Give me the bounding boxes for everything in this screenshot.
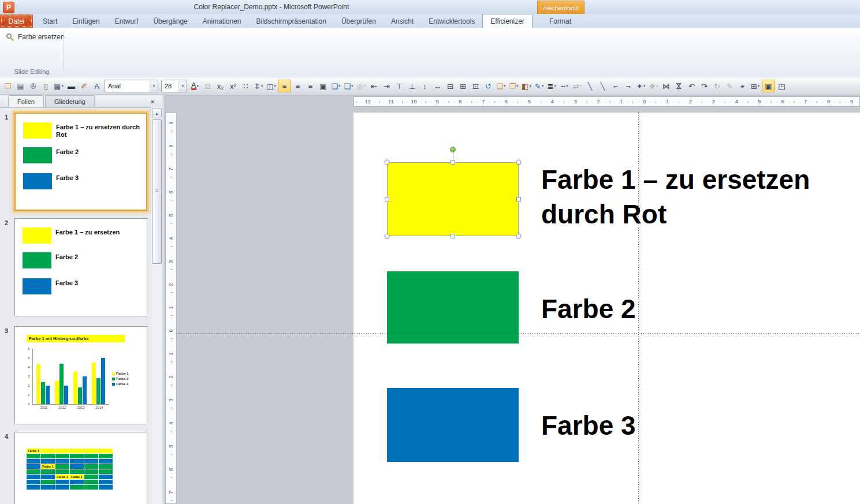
slide-thumbnail-1[interactable]: Farbe 1 – zu ersetzen durch RotFarbe 2Fa… xyxy=(14,113,147,211)
line-spacing-icon[interactable]: ⇕▾ xyxy=(252,80,265,92)
insert-symbol-icon[interactable]: Ω xyxy=(202,80,214,92)
format-painter-icon[interactable]: ✐ xyxy=(78,80,90,92)
slide-thumbnail-2[interactable]: Farbe 1 – zu ersetzenFarbe 2Farbe 3 xyxy=(14,218,147,316)
draw-line-alt-icon[interactable]: ╲ xyxy=(597,80,609,92)
tab-format[interactable]: Format xyxy=(538,14,583,28)
shape-quick-style-icon[interactable]: ❏▾ xyxy=(330,80,342,92)
slide-editing-area[interactable]: Farbe 1 – zu ersetzen durch Rot Farbe 2 … xyxy=(353,113,860,504)
font-color-icon[interactable]: A▾ xyxy=(189,80,201,92)
distribute-vertically-icon[interactable]: ↕ xyxy=(419,80,431,92)
arrow-style-icon[interactable]: ⇄▾ xyxy=(571,80,583,92)
dash-style-icon[interactable]: ╍▾ xyxy=(559,80,571,92)
dropdown-arrow-icon[interactable]: ▾ xyxy=(150,80,158,92)
rotation-handle[interactable] xyxy=(450,147,456,152)
text-box-icon[interactable]: ▣ xyxy=(317,80,329,92)
slide-layout-icon[interactable]: ▦▾ xyxy=(53,80,65,92)
tab-datei[interactable]: Datei xyxy=(0,14,33,28)
notes-view-icon[interactable]: ▯ xyxy=(40,80,52,92)
rotate-objects-icon[interactable]: ↺ xyxy=(482,80,494,92)
slide-thumbnail-4[interactable]: Farbe 1Farbe 1Farbe 1Farbe 1 xyxy=(14,432,147,504)
elbow-connector-icon[interactable]: ⌐ xyxy=(609,80,621,92)
tab-animationen[interactable]: Animationen xyxy=(195,14,249,28)
tab-start[interactable]: Start xyxy=(35,14,65,28)
align-center-horizontal-icon[interactable]: ⊞ xyxy=(457,80,469,92)
align-to-grid-icon[interactable]: ⌖ xyxy=(736,80,749,92)
resize-handle-s[interactable] xyxy=(451,234,455,238)
open-file-icon[interactable]: ❒ xyxy=(2,80,14,92)
shape-rectangle-yellow[interactable] xyxy=(387,162,519,236)
slide-text-farbe2[interactable]: Farbe 2 xyxy=(541,292,636,326)
slide-text-farbe1[interactable]: Farbe 1 – zu ersetzen durch Rot xyxy=(541,162,842,232)
table-cell xyxy=(84,480,98,484)
align-right-icon[interactable]: ≡ xyxy=(304,80,317,92)
freeform-shape-icon[interactable]: ✦▾ xyxy=(635,80,647,92)
panel-scrollbar[interactable]: ▲ xyxy=(151,107,162,504)
align-bottom-icon[interactable]: ⊥ xyxy=(406,80,418,92)
shape-outline-icon[interactable]: ✎▾ xyxy=(533,80,545,92)
tab-überprüfen[interactable]: Überprüfen xyxy=(334,14,384,28)
align-middle-icon[interactable]: ⊟ xyxy=(444,80,456,92)
edit-shape-points-icon[interactable]: ✎ xyxy=(724,80,736,92)
draw-line-icon[interactable]: ╲ xyxy=(584,80,596,92)
tab-ansicht[interactable]: Ansicht xyxy=(384,14,421,28)
resize-handle-w[interactable] xyxy=(385,197,389,201)
slide-setup-icon[interactable]: ▤ xyxy=(14,80,27,92)
flip-horizontal-icon[interactable]: ⋈ xyxy=(660,80,672,92)
tab-gliederung[interactable]: Gliederung xyxy=(45,95,95,107)
bullet-list-icon[interactable]: ∷ xyxy=(240,80,252,92)
outline-weight-icon[interactable]: ≣▾ xyxy=(546,80,558,92)
picture-placeholder-icon[interactable]: ◳ xyxy=(776,80,788,92)
resize-handle-ne[interactable] xyxy=(516,160,522,165)
slide-thumbnail-3[interactable]: Farbe 1 mit Hintergrundfarbe012345620112… xyxy=(14,326,147,424)
farbe-ersetzen-button[interactable]: Farbe ersetzen xyxy=(2,31,68,43)
group-objects-icon[interactable]: ❖▾ xyxy=(647,80,660,92)
scrollbar-thumb[interactable] xyxy=(152,120,162,264)
tab-einfügen[interactable]: Einfügen xyxy=(65,14,107,28)
crop-tool-icon[interactable]: ▣ xyxy=(762,80,775,92)
attachment-icon[interactable]: ✇ xyxy=(27,80,39,92)
close-panel-icon[interactable]: × xyxy=(148,98,157,106)
change-picture-icon[interactable]: ⊞▾ xyxy=(749,80,761,92)
dropdown-arrow-icon[interactable]: ▾ xyxy=(178,80,187,92)
slide-text-farbe3[interactable]: Farbe 3 xyxy=(541,408,636,443)
align-left-icon[interactable]: ≡ xyxy=(278,80,291,92)
chart-plot: 01234562011201220132014 xyxy=(32,349,109,405)
flip-vertical-icon[interactable]: ⋈ xyxy=(673,80,685,92)
subscript-icon[interactable]: x₂ xyxy=(214,80,226,92)
background-style-icon[interactable]: ▬ xyxy=(65,80,77,92)
align-top-icon[interactable]: ⊤ xyxy=(393,80,405,92)
increase-indent-icon[interactable]: ⇥ xyxy=(381,80,393,92)
resize-handle-nw[interactable] xyxy=(385,160,390,165)
scroll-up-icon[interactable]: ▲ xyxy=(152,108,162,118)
font-size-combo[interactable]: 28▾ xyxy=(161,80,187,92)
tab-entwicklertools[interactable]: Entwicklertools xyxy=(421,14,482,28)
tab-efficienizer[interactable]: Efficienizer xyxy=(482,14,532,28)
font-name-combo[interactable]: Arial▾ xyxy=(105,80,158,92)
send-backward-icon[interactable]: ❐▾ xyxy=(508,80,520,92)
tab-bildschirmpräsentation[interactable]: Bildschirmpräsentation xyxy=(249,14,334,28)
free-rotate-icon[interactable]: ↻ xyxy=(711,80,723,92)
rotate-right-90-icon[interactable]: ↷ xyxy=(698,80,710,92)
align-center-icon[interactable]: ≡ xyxy=(292,80,304,92)
rotate-left-90-icon[interactable]: ↶ xyxy=(686,80,698,92)
shape-quick-style-2-icon[interactable]: ❏▾ xyxy=(342,80,355,92)
resize-handle-se[interactable] xyxy=(516,234,522,239)
distribute-horizontally-icon[interactable]: ↔ xyxy=(431,80,444,92)
tab-entwurf[interactable]: Entwurf xyxy=(107,14,146,28)
size-and-position-icon[interactable]: ⊡ xyxy=(470,80,482,92)
decrease-indent-icon[interactable]: ⇤ xyxy=(368,80,380,92)
text-direction-icon[interactable]: ◫▾ xyxy=(265,80,277,92)
resize-handle-n[interactable] xyxy=(451,160,455,165)
resize-handle-sw[interactable] xyxy=(385,234,390,239)
spelling-icon[interactable]: A xyxy=(91,80,103,92)
bring-forward-icon[interactable]: ❏▾ xyxy=(495,80,507,92)
elbow-connector-alt-icon[interactable]: ¬ xyxy=(622,80,634,92)
tab-folien[interactable]: Folien xyxy=(8,95,44,107)
tab-übergänge[interactable]: Übergänge xyxy=(146,14,195,28)
superscript-icon[interactable]: x² xyxy=(227,80,239,92)
merge-shapes-icon[interactable]: ◎▾ xyxy=(355,80,367,92)
table-cell xyxy=(70,480,84,484)
shape-rectangle-blue[interactable] xyxy=(387,388,519,462)
shape-fill-icon[interactable]: ◧▾ xyxy=(520,80,533,92)
resize-handle-e[interactable] xyxy=(516,197,521,201)
